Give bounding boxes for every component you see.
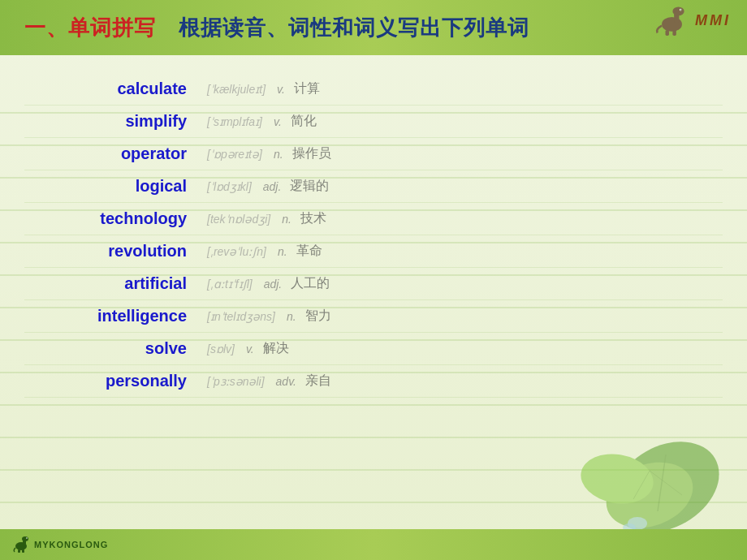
bottom-logo: MYKONGLONG [12, 536, 108, 554]
header-title: 一、单词拼写 根据读音、词性和词义写出下列单词 [24, 14, 529, 42]
word-english: intelligence [24, 307, 203, 325]
word-phonetic: [tekˈnɒlədʒi] [207, 213, 270, 226]
svg-rect-20 [22, 549, 24, 553]
word-phonetic: [ˈkælkjuleɪt] [207, 83, 266, 96]
word-pos: v. [246, 342, 254, 355]
word-pos: n. [282, 213, 291, 226]
word-english: solve [24, 339, 203, 358]
svg-point-17 [22, 536, 28, 541]
svg-rect-5 [666, 30, 669, 36]
word-pos: adj. [263, 180, 282, 193]
word-english: technology [24, 209, 203, 228]
word-row: operator[ˈɒpəreɪtə]n.操作员 [24, 138, 723, 170]
word-phonetic: [ˈlɒdʒɪkl] [207, 180, 252, 193]
word-pos: adj. [264, 278, 283, 291]
word-phonetic: [ˈɒpəreɪtə] [207, 148, 262, 161]
word-pos: v. [277, 83, 285, 96]
word-detail: [ˈlɒdʒɪkl]adj.逻辑的 [203, 178, 723, 195]
word-pos: n. [278, 245, 287, 258]
word-meaning: 革命 [296, 243, 322, 260]
header-title-main: 一、单词拼写 [24, 15, 156, 40]
word-english: personally [24, 372, 203, 390]
svg-point-18 [26, 537, 28, 539]
word-phonetic: [ˈsɪmplɪfaɪ] [207, 115, 262, 128]
word-row: revolution[ˌrevəˈluːʃn]n.革命 [24, 235, 723, 268]
word-phonetic: [ɪnˈtelɪdʒəns] [207, 310, 275, 323]
word-row: intelligence[ɪnˈtelɪdʒəns]n.智力 [24, 300, 723, 333]
logo-area: MMI [654, 4, 731, 37]
word-english: revolution [24, 242, 203, 261]
word-list: calculate[ˈkælkjuleɪt]v.计算simplify[ˈsɪmp… [24, 73, 723, 398]
word-pos: n. [287, 310, 296, 323]
word-meaning: 解决 [263, 340, 289, 357]
word-detail: [ˈɒpəreɪtə]n.操作员 [203, 145, 723, 162]
bottom-dino-icon [12, 536, 30, 554]
content-area: calculate[ˈkælkjuleɪt]v.计算simplify[ˈsɪmp… [24, 65, 723, 519]
word-english: calculate [24, 80, 203, 98]
word-meaning: 简化 [291, 113, 317, 130]
word-row: technology[tekˈnɒlədʒi]n.技术 [24, 203, 723, 235]
logo-text: MMI [695, 12, 731, 29]
word-english: artificial [24, 274, 203, 293]
word-detail: [ˈsɪmplɪfaɪ]v.简化 [203, 113, 723, 130]
word-pos: adv. [276, 375, 296, 388]
word-phonetic: [sɒlv] [207, 342, 235, 355]
svg-rect-19 [18, 549, 20, 553]
dino-icon [654, 4, 690, 37]
word-row: logical[ˈlɒdʒɪkl]adj.逻辑的 [24, 170, 723, 203]
word-meaning: 技术 [300, 210, 326, 227]
word-meaning: 亲自 [305, 373, 331, 390]
word-row: simplify[ˈsɪmplɪfaɪ]v.简化 [24, 106, 723, 138]
word-meaning: 计算 [294, 80, 320, 97]
word-phonetic: [ˌɑːtɪˈfɪʃl] [207, 278, 253, 291]
word-pos: v. [274, 115, 282, 128]
header-bar: 一、单词拼写 根据读音、词性和词义写出下列单词 [0, 0, 747, 55]
word-phonetic: [ˌrevəˈluːʃn] [207, 245, 266, 258]
word-row: artificial[ˌɑːtɪˈfɪʃl]adj.人工的 [24, 268, 723, 300]
bottom-bar: MYKONGLONG [0, 529, 747, 560]
svg-rect-6 [672, 30, 676, 36]
word-row: personally[ˈpɜːsənəli]adv.亲自 [24, 365, 723, 398]
word-english: simplify [24, 112, 203, 131]
word-meaning: 逻辑的 [290, 178, 329, 195]
word-meaning: 智力 [305, 308, 331, 325]
word-meaning: 人工的 [291, 275, 330, 292]
word-pos: n. [274, 148, 283, 161]
header-subtitle: 根据读音、词性和词义写出下列单词 [179, 15, 529, 40]
word-detail: [ˈkælkjuleɪt]v.计算 [203, 80, 723, 97]
word-english: operator [24, 144, 203, 163]
word-phonetic: [ˈpɜːsənəli] [207, 375, 265, 388]
word-detail: [ɪnˈtelɪdʒəns]n.智力 [203, 308, 723, 325]
word-detail: [sɒlv]v.解决 [203, 340, 723, 357]
word-meaning: 操作员 [292, 145, 331, 162]
word-detail: [ˌrevəˈluːʃn]n.革命 [203, 243, 723, 260]
word-detail: [tekˈnɒlədʒi]n.技术 [203, 210, 723, 227]
word-detail: [ˈpɜːsənəli]adv.亲自 [203, 373, 723, 390]
word-row: solve[sɒlv]v.解决 [24, 333, 723, 365]
svg-point-4 [680, 9, 681, 10]
slide: MMI 一、单词拼写 根据读音、词性和词义写出下列单词 calculate[ [0, 0, 747, 560]
svg-point-2 [672, 7, 684, 16]
bottom-logo-text: MYKONGLONG [34, 540, 108, 549]
word-english: logical [24, 177, 203, 196]
word-row: calculate[ˈkælkjuleɪt]v.计算 [24, 73, 723, 106]
word-detail: [ˌɑːtɪˈfɪʃl]adj.人工的 [203, 275, 723, 292]
